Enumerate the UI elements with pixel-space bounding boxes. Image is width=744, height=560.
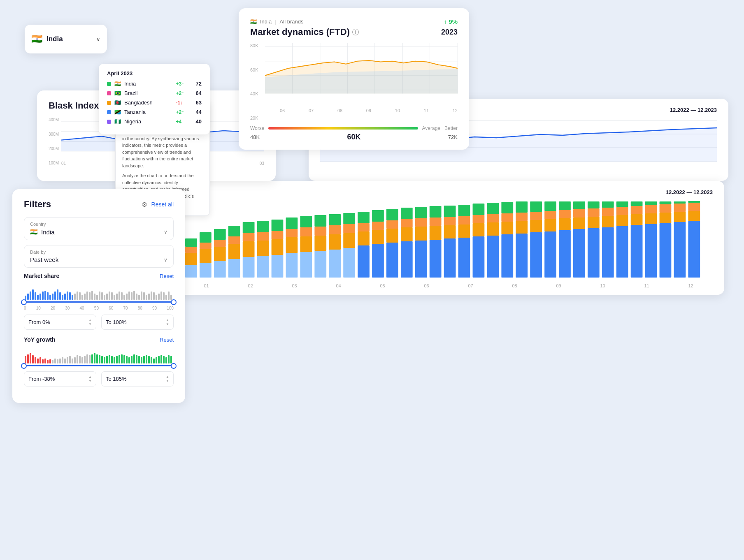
svg-rect-262	[121, 354, 123, 363]
country-filter-value: 🇮🇳 India ∨	[30, 228, 167, 236]
from-arrow-down[interactable]: ▼	[88, 322, 92, 326]
svg-rect-53	[300, 227, 312, 236]
svg-rect-48	[286, 237, 298, 253]
svg-rect-234	[52, 360, 53, 363]
svg-rect-128	[573, 218, 585, 229]
svg-rect-239	[64, 359, 66, 363]
svg-rect-111	[516, 234, 528, 278]
svg-rect-32	[228, 244, 240, 259]
market-dynamics-chart: 80K60K40K20K	[250, 43, 458, 121]
blask-date-range: 12.2022 — 12.2023	[670, 107, 717, 113]
svg-rect-25	[200, 243, 212, 249]
yoy-thumb-right[interactable]	[171, 363, 177, 369]
svg-rect-248	[86, 354, 88, 363]
svg-rect-149	[645, 205, 657, 213]
bar-chart-header: 12.2022 — 12.2023	[184, 189, 713, 195]
yoy-to-input[interactable]: To 185% ▲ ▼	[101, 371, 174, 386]
market-share-from-input[interactable]: From 0% ▲ ▼	[24, 315, 96, 330]
svg-rect-196	[106, 294, 108, 300]
svg-rect-182	[72, 295, 73, 300]
legend-item-india: 🇮🇳 India +3↑ 72	[107, 81, 202, 87]
svg-rect-143	[631, 225, 643, 278]
svg-rect-137	[602, 208, 614, 216]
svg-rect-84	[415, 227, 427, 241]
svg-rect-273	[148, 356, 150, 363]
svg-rect-254	[101, 356, 103, 363]
yoy-from-arrow-up[interactable]: ▲	[88, 375, 92, 379]
svg-rect-101	[473, 215, 485, 223]
market-share-thumb-right[interactable]	[171, 299, 177, 305]
svg-rect-86	[415, 207, 427, 218]
svg-rect-43	[272, 255, 284, 278]
svg-rect-152	[660, 213, 672, 223]
svg-rect-45	[272, 231, 284, 239]
country-chevron-icon[interactable]: ∨	[164, 229, 167, 235]
svg-rect-22	[185, 238, 197, 247]
svg-rect-277	[158, 356, 160, 363]
svg-rect-225	[30, 353, 31, 363]
svg-rect-28	[214, 247, 226, 261]
legend-item-nigeria: 🇳🇬 Nigeria +4↑ 40	[107, 118, 202, 125]
svg-rect-33	[228, 236, 240, 244]
svg-rect-113	[516, 213, 528, 221]
svg-rect-59	[329, 250, 341, 278]
country-selector-card[interactable]: 🇮🇳 India ∨	[25, 25, 107, 53]
info-icon[interactable]: i	[352, 29, 359, 35]
gear-icon[interactable]: ⚙	[142, 201, 147, 208]
svg-rect-150	[645, 201, 657, 205]
reset-all-button[interactable]: Reset all	[151, 201, 174, 208]
market-dynamics-subtitle: 🇮🇳 India | All brands	[250, 19, 303, 25]
svg-rect-249	[89, 355, 91, 363]
market-share-thumb-left[interactable]	[21, 299, 27, 305]
yoy-to-arrow-down[interactable]: ▼	[166, 379, 169, 383]
svg-rect-212	[146, 295, 147, 300]
svg-rect-168	[37, 295, 39, 300]
gauge-row: Worse Average Better	[250, 125, 458, 131]
svg-rect-214	[151, 292, 152, 300]
svg-rect-259	[114, 357, 115, 363]
market-share-to-input[interactable]: To 100% ▲ ▼	[101, 315, 174, 330]
market-share-title: Market share	[24, 273, 59, 279]
yoy-growth-reset[interactable]: Reset	[160, 337, 174, 343]
svg-rect-238	[62, 357, 63, 363]
svg-rect-282	[170, 356, 172, 363]
svg-rect-106	[487, 203, 499, 214]
svg-rect-52	[300, 236, 312, 252]
country-filter-group[interactable]: Country 🇮🇳 India ∨	[24, 217, 174, 240]
date-filter-group[interactable]: Date by Past week ∨	[24, 245, 174, 268]
svg-rect-183	[74, 294, 76, 300]
from-arrow-up[interactable]: ▲	[88, 318, 92, 322]
svg-rect-169	[40, 294, 41, 300]
gauge-values: 48K 60K 72K	[250, 133, 458, 141]
yoy-from-input[interactable]: From -38% ▲ ▼	[24, 371, 96, 386]
svg-rect-174	[52, 294, 53, 300]
yoy-to-arrow-up[interactable]: ▲	[166, 375, 169, 379]
svg-rect-160	[688, 211, 700, 221]
svg-rect-19	[185, 265, 197, 278]
svg-rect-269	[138, 356, 140, 363]
svg-rect-179	[64, 294, 66, 300]
svg-rect-121	[544, 211, 556, 219]
svg-rect-108	[501, 222, 513, 234]
svg-rect-135	[602, 227, 614, 278]
market-share-inputs: From 0% ▲ ▼ To 100% ▲ ▼	[24, 315, 174, 330]
svg-rect-102	[473, 204, 485, 215]
svg-rect-80	[401, 227, 413, 241]
svg-rect-268	[136, 355, 137, 363]
yoy-from-arrow-down[interactable]: ▼	[88, 379, 92, 383]
to-arrow-down[interactable]: ▼	[166, 322, 169, 326]
yoy-thumb-left[interactable]	[21, 363, 27, 369]
svg-rect-190	[91, 291, 93, 300]
svg-rect-114	[516, 201, 528, 213]
svg-rect-280	[165, 357, 167, 363]
svg-rect-162	[688, 201, 700, 203]
svg-rect-69	[358, 223, 370, 231]
svg-rect-216	[156, 295, 157, 300]
legend-dot-bangladesh	[107, 101, 111, 105]
market-share-reset[interactable]: Reset	[160, 273, 174, 279]
to-arrow-up[interactable]: ▲	[166, 318, 169, 322]
date-chevron-icon[interactable]: ∨	[164, 257, 167, 263]
svg-rect-189	[89, 292, 91, 300]
svg-rect-129	[573, 209, 585, 218]
svg-rect-50	[286, 218, 298, 229]
